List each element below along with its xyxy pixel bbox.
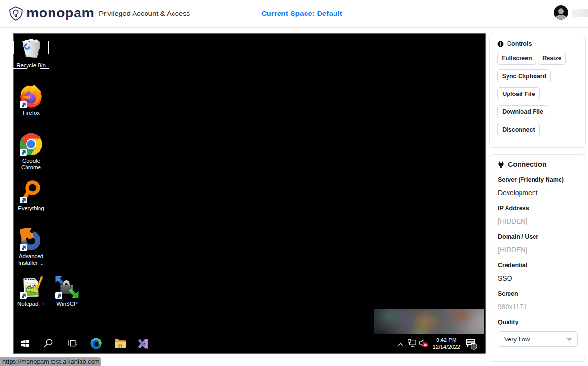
svg-text:1: 1 (473, 343, 476, 349)
